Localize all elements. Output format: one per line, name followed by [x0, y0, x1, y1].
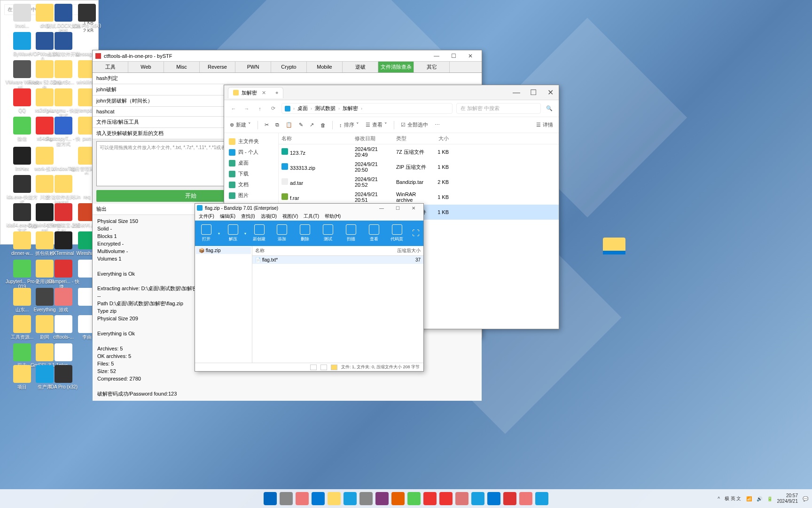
file-row[interactable]: 123.7z2024/9/21 20:497Z 压缩文件1 KB — [279, 144, 559, 159]
menu-item[interactable]: 帮助(H) — [325, 213, 341, 220]
bz-tool-删除[interactable]: 删除 — [294, 224, 317, 242]
tab-close-icon[interactable]: ✕ — [260, 90, 268, 96]
taskbar-wechat[interactable] — [407, 492, 421, 505]
taskbar-copilot[interactable] — [296, 492, 309, 505]
share-icon[interactable]: ↗ — [310, 122, 314, 128]
wifi-icon[interactable]: 📶 — [746, 496, 752, 501]
bz-tool-新创建[interactable]: 新创建 — [248, 224, 271, 242]
new-tab-button[interactable]: + — [275, 90, 278, 95]
menu-item[interactable]: 工具(T) — [304, 213, 319, 220]
new-button[interactable]: ⊕ 新建 ˅ — [230, 121, 251, 128]
clock[interactable]: 20:57 2024/9/21 — [777, 493, 798, 504]
back-button[interactable]: ← — [229, 106, 238, 111]
delete-icon[interactable]: 🗑 — [320, 122, 326, 128]
taskbar-byrunner[interactable] — [471, 492, 484, 505]
cut-icon[interactable]: ✂ — [265, 122, 269, 128]
sidebar-item[interactable]: 下载 — [226, 168, 276, 179]
view-icon-1[interactable] — [310, 365, 317, 370]
ctf-section[interactable]: hash判定 — [93, 73, 482, 84]
bz-file-row[interactable]: 📄 flag.txt* 37 — [252, 256, 423, 264]
bz-tool-添加[interactable]: 添加 — [271, 224, 294, 242]
file-row[interactable]: ad.tar2024/9/21 20:52Bandizip.tar2 KB — [279, 175, 559, 190]
paste-icon[interactable]: 📋 — [286, 122, 292, 128]
ime-indicator[interactable]: 极 英 文 — [725, 495, 742, 502]
ctf-tab[interactable]: Misc — [164, 62, 200, 72]
sidebar-item[interactable]: 四 - 个人 — [226, 147, 276, 158]
taskbar-firefox[interactable] — [391, 492, 405, 505]
copy-icon[interactable]: ⧉ — [275, 122, 279, 128]
rename-icon[interactable]: ✎ — [299, 122, 303, 128]
tray-chevron-icon[interactable]: ^ — [718, 496, 720, 501]
minimize-button[interactable]: — — [508, 88, 525, 97]
bz-tool-打开[interactable]: 打开 — [195, 224, 218, 242]
notification-icon[interactable]: 💬 — [803, 496, 808, 501]
tree-root[interactable]: 📦 flag.zip — [196, 247, 251, 254]
taskbar-app2[interactable] — [455, 492, 468, 505]
taskbar-search[interactable] — [280, 492, 293, 505]
bz-tool-查看[interactable]: 查看 — [362, 224, 385, 242]
taskbar-settings[interactable] — [359, 492, 373, 505]
close-button[interactable]: ✕ — [542, 88, 559, 97]
breadcrumb[interactable]: › 桌面› 测试数据› 加解密› — [281, 103, 453, 114]
desktop-icon[interactable]: IDA Pro (x64) — [70, 4, 104, 28]
taskbar-app4[interactable] — [519, 492, 532, 505]
sidebar-item[interactable]: 图片 — [226, 190, 276, 201]
taskbar-edge[interactable] — [312, 492, 325, 505]
explorer-tab[interactable]: 加解密 ✕ + — [228, 87, 283, 98]
up-button[interactable]: ↑ — [255, 106, 265, 111]
ctf-tab[interactable]: Crypto — [271, 62, 307, 72]
column-headers[interactable]: 名称 修改日期 类型 大小 — [279, 133, 559, 144]
taskbar-start[interactable] — [264, 492, 277, 505]
search-input[interactable]: 在 加解密 中搜索 — [456, 103, 541, 114]
maximize-button[interactable]: ☐ — [525, 88, 542, 97]
menu-item[interactable]: 编辑(E) — [220, 213, 235, 220]
ctf-tab[interactable]: Mobile — [307, 62, 343, 72]
view-button[interactable]: ☰ 查看 ˅ — [366, 121, 387, 128]
forward-button[interactable]: → — [242, 106, 251, 111]
taskbar-qq[interactable] — [439, 492, 453, 505]
taskbar-app3[interactable] — [503, 492, 516, 505]
bz-tool-测试[interactable]: 测试 — [317, 224, 340, 242]
taskbar-vscode[interactable] — [487, 492, 500, 505]
desktop-icon[interactable]: IDA Pro (x32) — [46, 365, 81, 389]
details-button[interactable]: ☰ 详情 — [536, 121, 553, 128]
sidebar-item[interactable]: 文档 — [226, 179, 276, 190]
taskbar-app5[interactable] — [535, 492, 548, 505]
volume-icon[interactable]: 🔊 — [757, 496, 762, 501]
taskbar-app1[interactable] — [423, 492, 437, 505]
close-button[interactable]: ✕ — [462, 53, 479, 59]
battery-icon[interactable]: 🔋 — [767, 496, 773, 501]
ctf-titlebar[interactable]: ctftools-all-in-one-pro - bySTF — ☐ ✕ — [93, 50, 482, 62]
maximize-button[interactable]: ☐ — [390, 206, 406, 211]
file-row[interactable]: 333313.zip2024/9/21 20:50ZIP 压缩文件1 KB — [279, 159, 559, 175]
taskbar-explorer[interactable] — [328, 492, 341, 505]
menu-item[interactable]: 选项(O) — [261, 213, 277, 220]
ctf-tab[interactable]: 其它 — [414, 62, 450, 72]
desktop-icon[interactable]: plus — [46, 343, 81, 368]
ctf-tab[interactable]: Web — [128, 62, 164, 72]
maximize-button[interactable]: ☐ — [445, 53, 462, 59]
ctf-tab[interactable]: 工具 — [93, 62, 128, 72]
bz-titlebar[interactable]: flag.zip - Bandizip 7.01 (Enterprise) — … — [195, 204, 423, 212]
ctf-tab[interactable]: Reverse — [200, 62, 235, 72]
taskbar-store[interactable] — [344, 492, 357, 505]
sidebar-item[interactable]: 桌面 — [226, 158, 276, 168]
bz-tool-解压[interactable]: 解压 — [221, 224, 244, 242]
selectall-button[interactable]: ☑ 全部选中 — [401, 121, 428, 128]
taskbar-onenote[interactable] — [375, 492, 389, 505]
more-button[interactable]: ⋯ — [435, 122, 440, 128]
ctf-tab[interactable]: 文件清除查杀 — [378, 62, 414, 72]
menu-item[interactable]: 文件(F) — [199, 213, 214, 220]
menu-item[interactable]: 查找(I) — [241, 213, 255, 220]
sort-button[interactable]: ↕ 排序 ˅ — [339, 121, 359, 128]
minimize-button[interactable]: — — [428, 53, 445, 59]
view-icon-2[interactable] — [320, 365, 327, 370]
sidebar-item[interactable]: 主文件夹 — [226, 136, 276, 147]
bz-tool-扫描[interactable]: 扫描 — [340, 224, 363, 242]
search-icon[interactable]: 🔍 — [545, 105, 554, 111]
bz-tool-代码页[interactable]: 代码页 — [385, 224, 408, 242]
minimize-button[interactable]: — — [374, 206, 390, 211]
close-button[interactable]: ✕ — [406, 206, 422, 211]
explorer-floating-icon[interactable] — [597, 238, 632, 266]
menu-item[interactable]: 视图(V) — [282, 213, 298, 220]
